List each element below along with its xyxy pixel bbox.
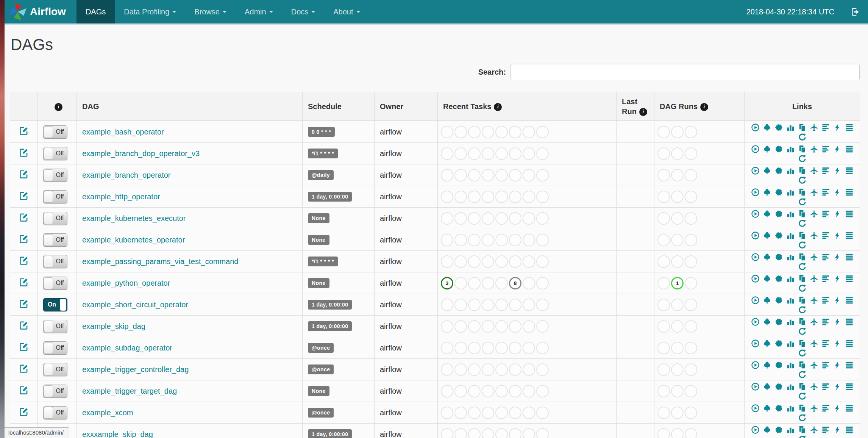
- dag-link[interactable]: example_skip_dag: [82, 322, 145, 330]
- dag-pause-toggle[interactable]: Off: [43, 363, 67, 376]
- link-landing-times[interactable]: [810, 339, 818, 348]
- link-gantt-view[interactable]: [821, 361, 830, 369]
- link-task-duration[interactable]: [786, 210, 795, 218]
- link-landing-times[interactable]: [810, 231, 818, 240]
- link-code-view[interactable]: [833, 253, 842, 261]
- recent-task-state-circle[interactable]: [454, 255, 467, 268]
- dag-pause-toggle[interactable]: Off: [43, 341, 67, 355]
- recent-task-state-circle[interactable]: [482, 212, 494, 225]
- nav-link-dags[interactable]: DAGs: [76, 0, 115, 23]
- dag-run-state-circle[interactable]: [671, 385, 684, 397]
- link-task-tries[interactable]: [798, 274, 807, 283]
- link-task-tries[interactable]: [798, 188, 807, 197]
- edit-dag-button[interactable]: [19, 213, 29, 222]
- link-gantt-view[interactable]: [821, 318, 830, 326]
- link-task-tries[interactable]: [798, 210, 807, 218]
- link-landing-times[interactable]: [810, 404, 818, 413]
- link-code-view[interactable]: [833, 318, 842, 326]
- schedule-badge[interactable]: 0 0 * * *: [308, 127, 335, 137]
- schedule-badge[interactable]: @daily: [308, 170, 334, 180]
- link-task-duration[interactable]: [786, 318, 795, 326]
- edit-dag-button[interactable]: [19, 256, 29, 266]
- recent-task-state-circle[interactable]: [523, 147, 535, 160]
- schedule-badge[interactable]: @once: [308, 408, 334, 418]
- recent-task-state-circle[interactable]: [482, 299, 494, 311]
- link-landing-times[interactable]: [810, 210, 818, 218]
- dag-run-state-circle[interactable]: [671, 363, 684, 376]
- link-landing-times[interactable]: [810, 253, 818, 261]
- dag-run-state-circle[interactable]: [685, 191, 697, 203]
- link-dag-details[interactable]: [845, 166, 854, 175]
- dag-run-state-circle[interactable]: [685, 342, 697, 354]
- dag-pause-toggle[interactable]: Off: [43, 125, 67, 139]
- link-task-duration[interactable]: [786, 188, 795, 197]
- link-code-view[interactable]: [833, 188, 842, 197]
- recent-task-state-circle[interactable]: [523, 234, 535, 246]
- link-dag-details[interactable]: [845, 361, 854, 369]
- link-task-duration[interactable]: [786, 425, 795, 434]
- link-refresh[interactable]: [798, 197, 807, 206]
- recent-task-state-circle[interactable]: [495, 428, 508, 438]
- dag-link[interactable]: example_kubernetes_operator: [82, 236, 185, 244]
- link-dag-details[interactable]: [845, 123, 854, 132]
- recent-task-state-circle[interactable]: [523, 169, 535, 181]
- recent-task-state-circle[interactable]: [509, 234, 521, 246]
- recent-task-state-circle[interactable]: [468, 385, 481, 397]
- dag-link[interactable]: example_passing_params_via_test_command: [82, 257, 238, 266]
- link-task-tries[interactable]: [798, 296, 807, 305]
- edit-dag-button[interactable]: [19, 126, 29, 136]
- link-task-tries[interactable]: [798, 145, 807, 153]
- recent-task-state-circle[interactable]: [482, 234, 494, 246]
- link-tree-view[interactable]: [763, 123, 771, 132]
- link-gantt-view[interactable]: [821, 231, 830, 240]
- link-graph-view[interactable]: [774, 210, 783, 218]
- recent-task-state-circle[interactable]: [495, 191, 508, 203]
- recent-task-state-circle[interactable]: [536, 428, 549, 438]
- link-task-tries[interactable]: [798, 404, 807, 413]
- edit-dag-button[interactable]: [19, 342, 29, 352]
- recent-task-state-circle[interactable]: [468, 169, 481, 181]
- schedule-badge[interactable]: @once: [308, 364, 334, 374]
- recent-task-state-circle[interactable]: [495, 342, 508, 354]
- link-landing-times[interactable]: [810, 296, 818, 305]
- link-graph-view[interactable]: [774, 361, 783, 369]
- dag-link[interactable]: example_trigger_target_dag: [82, 387, 177, 395]
- dag-run-state-circle[interactable]: [657, 428, 670, 438]
- dag-pause-toggle[interactable]: Off: [43, 277, 67, 290]
- recent-task-state-circle[interactable]: [523, 126, 535, 138]
- recent-task-state-circle[interactable]: [441, 363, 453, 376]
- dag-run-state-circle[interactable]: [657, 299, 670, 311]
- link-task-duration[interactable]: [786, 231, 795, 240]
- recent-task-state-circle[interactable]: [468, 320, 481, 333]
- link-landing-times[interactable]: [810, 274, 818, 283]
- recent-task-state-circle[interactable]: [441, 299, 453, 311]
- link-refresh[interactable]: [798, 241, 807, 249]
- link-code-view[interactable]: [833, 296, 842, 305]
- recent-task-state-circle[interactable]: [482, 255, 494, 268]
- link-gantt-view[interactable]: [821, 188, 830, 197]
- link-dag-details[interactable]: [845, 382, 854, 391]
- link-gantt-view[interactable]: [821, 166, 830, 175]
- recent-task-state-circle[interactable]: [536, 169, 549, 181]
- link-code-view[interactable]: [833, 166, 842, 175]
- link-task-duration[interactable]: [786, 404, 795, 413]
- recent-task-state-circle[interactable]: [523, 212, 535, 225]
- recent-task-state-circle[interactable]: [454, 299, 467, 311]
- link-graph-view[interactable]: [774, 339, 783, 348]
- link-tree-view[interactable]: [763, 318, 771, 326]
- dag-run-state-circle[interactable]: [671, 342, 684, 354]
- recent-task-state-circle[interactable]: [482, 428, 494, 438]
- recent-task-state-circle[interactable]: [509, 428, 521, 438]
- recent-task-state-circle[interactable]: [482, 191, 494, 203]
- dag-run-state-circle[interactable]: [685, 299, 697, 311]
- recent-task-state-circle[interactable]: [468, 234, 481, 246]
- link-code-view[interactable]: [833, 145, 842, 153]
- edit-dag-button[interactable]: [19, 364, 29, 374]
- recent-task-state-circle[interactable]: [468, 277, 481, 289]
- link-graph-view[interactable]: [774, 188, 783, 197]
- dag-run-state-circle[interactable]: [671, 169, 684, 181]
- recent-task-state-circle[interactable]: [495, 407, 508, 419]
- recent-task-state-circle[interactable]: [482, 342, 494, 354]
- dag-run-state-circle[interactable]: [657, 342, 670, 354]
- dag-link[interactable]: exxxample_skip_dag: [82, 430, 153, 438]
